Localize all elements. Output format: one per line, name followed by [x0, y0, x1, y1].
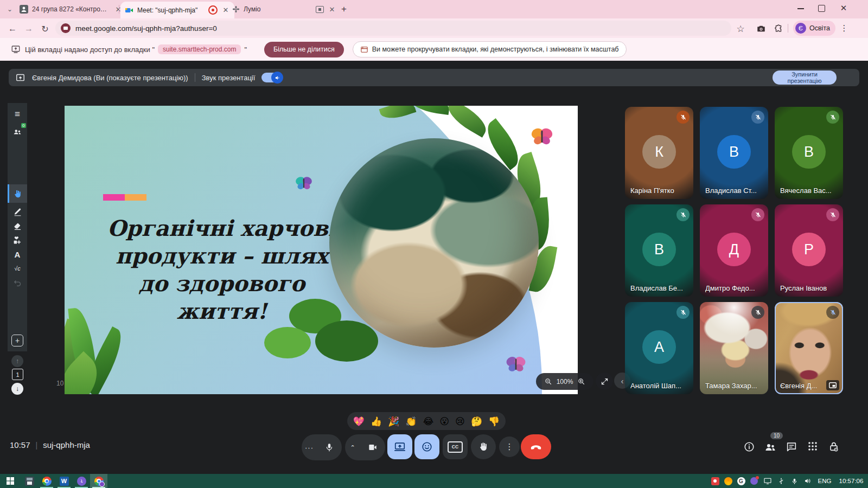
insert-media-tool-icon[interactable] [8, 233, 27, 247]
stop-presenting-button[interactable]: Зупинити презентацію [773, 70, 837, 85]
participant-tile[interactable]: ДДмитро Федо... [700, 204, 768, 297]
reaction-emoji[interactable]: 🤔 [471, 416, 482, 427]
mic-muted-icon [676, 111, 690, 124]
undo-icon[interactable] [8, 275, 27, 290]
present-button[interactable] [387, 434, 412, 459]
presenting-banner: Євгенія Демидова (Ви (показуєте презента… [9, 69, 859, 86]
start-button[interactable] [0, 474, 21, 488]
meeting-details-info-icon[interactable] [743, 441, 755, 453]
participants-tool-icon[interactable]: 0 [8, 125, 27, 139]
tray-recording-icon[interactable] [709, 474, 722, 488]
reaction-emoji[interactable]: 🎉 [388, 416, 399, 427]
hamburger-menu-icon[interactable]: ≡ [8, 107, 27, 121]
add-page-button[interactable]: + [8, 333, 27, 348]
profile-chip[interactable]: Є Освіта [793, 21, 835, 36]
pip-icon[interactable] [826, 380, 839, 390]
participant-name: Руслан Іванов [780, 284, 827, 292]
zoom-in-icon[interactable] [577, 377, 585, 386]
bookmark-star-icon[interactable]: ☆ [735, 23, 746, 35]
taskbar-app-chrome-active[interactable] [90, 474, 107, 488]
chat-panel-icon[interactable] [786, 441, 797, 453]
screen-share-icon [11, 44, 21, 54]
stop-sharing-button[interactable]: Більше не ділитися [264, 42, 344, 57]
captions-button[interactable]: CC [443, 434, 468, 459]
tab-search-chevron-icon[interactable]: ⌄ [4, 4, 15, 15]
tab-close-icon[interactable]: ✕ [328, 5, 336, 14]
tray-network-icon[interactable] [761, 474, 775, 488]
pen-tool-icon[interactable] [8, 205, 27, 219]
participant-tile[interactable]: ККаріна П'ятко [625, 107, 693, 199]
participant-tile[interactable]: Тамара Захар... [700, 302, 768, 394]
camera-button[interactable]: ⌃ [345, 434, 385, 460]
window-close-button[interactable]: ✕ [838, 2, 850, 14]
window-minimize-button[interactable] [797, 8, 804, 9]
tray-language[interactable]: ENG [815, 474, 834, 488]
fullscreen-icon[interactable] [596, 373, 613, 390]
window-maximize-button[interactable] [818, 5, 825, 12]
mic-button[interactable]: ··· [302, 434, 342, 460]
tray-viber-icon[interactable] [748, 474, 761, 488]
tray-g-icon[interactable]: G [735, 474, 748, 488]
host-controls-lock-icon[interactable] [828, 441, 840, 453]
address-bar[interactable]: meet.google.com/suj-qphh-mja?authuser=0 [55, 21, 731, 36]
participant-tile[interactable]: ААнатолій Шап... [625, 302, 693, 394]
browser-tab-1[interactable]: 24 група 8272 «Контролер хар ✕ [15, 0, 127, 18]
reload-icon[interactable]: ↻ [39, 23, 51, 35]
more-options-kebab-icon[interactable]: ⋮ [499, 436, 520, 457]
text-tool-icon[interactable]: A [8, 247, 27, 261]
check-tool-icon[interactable]: √c [8, 261, 27, 275]
people-panel-icon[interactable] [764, 441, 777, 454]
eraser-tool-icon[interactable] [8, 219, 27, 233]
page-up-button[interactable]: ↑ [11, 355, 23, 367]
participant-tile[interactable]: РРуслан Іванов [775, 204, 843, 297]
tray-antivirus-icon[interactable] [722, 474, 735, 488]
zoom-out-icon[interactable] [544, 377, 552, 386]
participant-tile[interactable]: ВВладислав Бе... [625, 204, 693, 297]
tray-clock[interactable]: 10:57:06 [834, 474, 868, 488]
participant-tile[interactable]: ВВладислав Ст... [700, 107, 768, 199]
tray-usb-icon[interactable] [775, 474, 788, 488]
tray-mic-icon[interactable] [788, 474, 801, 488]
reaction-emoji[interactable]: 👍 [371, 416, 382, 427]
camera-options-icon[interactable]: ⌃ [345, 444, 360, 451]
end-call-button[interactable] [521, 434, 551, 459]
taskbar-app-word[interactable]: W [55, 474, 73, 488]
participant-tile[interactable]: Євгенія Д... [775, 302, 843, 394]
browser-tab-meet[interactable]: Meet: "suj-qphh-mja" ✕ [120, 2, 234, 18]
tab-separator [119, 5, 119, 14]
browser-tab-lumio[interactable]: Лумiо ✕ [228, 0, 341, 18]
taskbar-app-viber[interactable] [73, 474, 90, 488]
mic-options-icon[interactable]: ··· [302, 444, 317, 452]
reaction-emoji[interactable]: 👏 [405, 416, 417, 427]
reactions-button[interactable] [414, 434, 439, 459]
share-text-suffix: " [244, 46, 247, 54]
new-tab-button[interactable]: + [339, 4, 349, 15]
reaction-emoji[interactable]: 😢 [455, 416, 465, 427]
presentation-audio-toggle[interactable] [261, 73, 282, 82]
pointer-hand-icon[interactable] [8, 187, 27, 201]
taskbar-app-files[interactable] [21, 474, 38, 488]
extensions-puzzle-icon[interactable] [773, 23, 784, 35]
tab-capture-camera-icon[interactable] [755, 23, 767, 35]
reaction-emoji[interactable]: 👎 [488, 416, 500, 427]
back-icon[interactable]: ← [7, 23, 18, 35]
captions-icon: CC [448, 441, 463, 453]
taskbar-app-chrome[interactable] [38, 474, 55, 488]
raise-hand-button[interactable] [471, 434, 496, 459]
forward-icon[interactable]: → [23, 23, 35, 35]
presentation-slide: Органічні харчові продукти – шлях до здо… [65, 106, 578, 394]
browser-menu-kebab-icon[interactable]: ⋮ [839, 23, 850, 34]
participant-name: Євгенія Д... [780, 382, 817, 390]
activities-apps-grid-icon[interactable] [807, 441, 818, 452]
phone-icon [530, 441, 542, 453]
reaction-emoji[interactable]: 😂 [423, 416, 434, 427]
tray-volume-icon[interactable] [801, 474, 815, 488]
reaction-emoji[interactable]: 💖 [353, 416, 365, 427]
viber-icon [77, 477, 86, 486]
avatar: В [792, 135, 826, 169]
reaction-emoji[interactable]: 😮 [439, 416, 449, 427]
butterfly-orange [530, 127, 554, 146]
tab-frame-icon [360, 46, 368, 54]
participant-tile[interactable]: ВВячеслав Вас... [775, 107, 843, 199]
page-down-button[interactable]: ↓ [11, 383, 23, 395]
